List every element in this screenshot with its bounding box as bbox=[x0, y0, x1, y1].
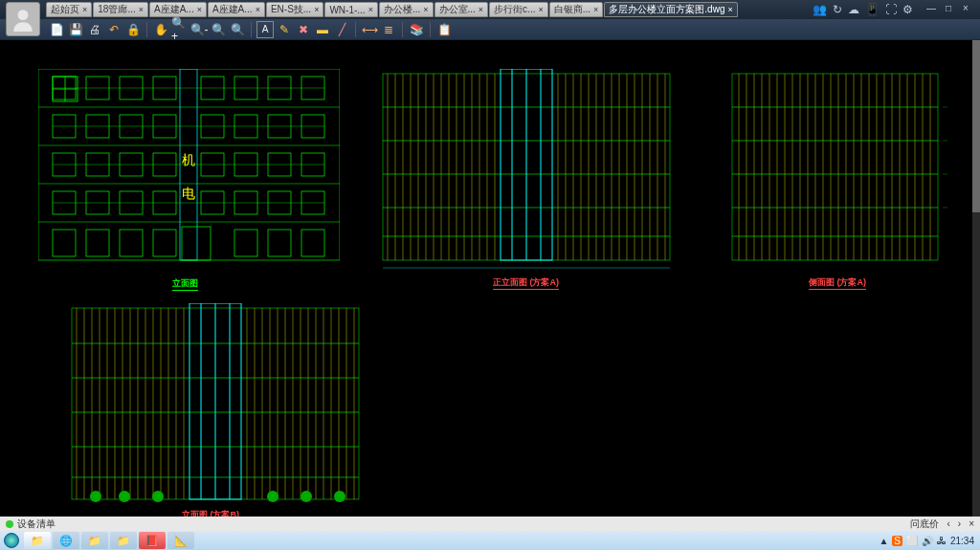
status-indicator bbox=[6, 520, 13, 528]
elevation-2: 正立面图 (方案A) bbox=[378, 69, 675, 270]
tray-icon[interactable]: ⬜ bbox=[906, 536, 918, 546]
tray-volume-icon[interactable]: 🔊 bbox=[922, 536, 933, 546]
undo-button[interactable]: ↶ bbox=[105, 21, 122, 38]
svg-point-176 bbox=[267, 491, 278, 502]
taskbar-app[interactable]: 📕 bbox=[139, 532, 166, 549]
taskbar-app[interactable]: 🌐 bbox=[53, 532, 79, 549]
refresh-icon[interactable]: ↻ bbox=[833, 3, 842, 16]
cloud-icon[interactable]: ☁ bbox=[848, 3, 859, 16]
start-button[interactable] bbox=[0, 531, 23, 550]
tab-doc[interactable]: 步行街c...× bbox=[489, 2, 548, 17]
taskbar-app[interactable]: 📁 bbox=[81, 532, 108, 549]
highlight-button[interactable]: ▬ bbox=[314, 21, 331, 38]
text-button[interactable]: A bbox=[256, 21, 274, 38]
tab-doc[interactable]: 办公楼...× bbox=[379, 2, 434, 17]
scrollbar-thumb[interactable] bbox=[972, 40, 980, 212]
zoom-window-button[interactable]: 🔍 bbox=[229, 21, 246, 38]
close-icon[interactable]: × bbox=[256, 5, 260, 14]
tray-icon[interactable]: ▲ bbox=[879, 536, 888, 546]
fullscreen-icon[interactable]: ⛶ bbox=[885, 3, 897, 16]
svg-rect-48 bbox=[301, 230, 324, 256]
prev-button[interactable]: ‹ bbox=[947, 518, 949, 529]
close-icon[interactable]: × bbox=[593, 5, 598, 14]
taskbar-app[interactable]: 📐 bbox=[167, 532, 194, 549]
measure-button[interactable]: ⟷ bbox=[361, 21, 378, 38]
tab-label: EN-S技... bbox=[271, 3, 311, 16]
elevation-3: 侧面图 (方案A) bbox=[727, 69, 947, 270]
tab-doc[interactable]: WN-1-...× bbox=[324, 2, 377, 17]
document-tabs: 起始页× 18管廊...× A座建A...× A座建A...× EN-S技...… bbox=[46, 2, 739, 17]
close-button[interactable]: × bbox=[957, 3, 974, 16]
line-button[interactable]: ╱ bbox=[333, 21, 350, 38]
pan-button[interactable]: ✋ bbox=[152, 21, 169, 38]
tab-doc[interactable]: 白银商...× bbox=[549, 2, 604, 17]
svg-rect-47 bbox=[268, 230, 291, 256]
phone-icon[interactable]: 📱 bbox=[865, 3, 880, 16]
close-icon[interactable]: × bbox=[538, 5, 543, 14]
taskbar-app[interactable]: 📁 bbox=[110, 532, 137, 549]
pencil-button[interactable]: ✎ bbox=[276, 21, 293, 38]
tab-label: 步行街c... bbox=[494, 3, 535, 16]
layers-button[interactable]: 📚 bbox=[408, 21, 425, 38]
tab-doc[interactable]: 办公室...× bbox=[434, 2, 489, 17]
close-panel-button[interactable]: × bbox=[969, 518, 974, 529]
new-file-button[interactable]: 📄 bbox=[48, 21, 65, 38]
tab-label: 多层办公楼立面方案图.dwg bbox=[609, 3, 724, 16]
vertical-scrollbar[interactable] bbox=[972, 40, 980, 517]
svg-point-0 bbox=[18, 10, 29, 20]
status-link[interactable]: 问底价 bbox=[910, 517, 939, 531]
svg-rect-46 bbox=[234, 230, 257, 256]
next-button[interactable]: › bbox=[958, 518, 961, 529]
close-icon[interactable]: × bbox=[82, 5, 87, 14]
taskbar-app[interactable]: 📁 bbox=[24, 532, 51, 549]
svg-point-175 bbox=[152, 491, 164, 502]
caption-elev3: 侧面图 (方案A) bbox=[809, 276, 866, 290]
zoom-out-button[interactable]: 🔍- bbox=[190, 21, 208, 38]
svg-point-177 bbox=[301, 491, 312, 502]
tab-label: WN-1-... bbox=[329, 5, 365, 15]
drawing-canvas[interactable]: 机 电 立面图 正立面图 (方案A) bbox=[0, 40, 972, 517]
minimize-button[interactable]: — bbox=[923, 3, 940, 16]
tab-start[interactable]: 起始页× bbox=[46, 2, 92, 17]
close-icon[interactable]: × bbox=[314, 5, 319, 14]
tab-label: A座建A... bbox=[154, 3, 194, 16]
svg-rect-45 bbox=[153, 230, 176, 256]
tab-doc-active[interactable]: 多层办公楼立面方案图.dwg× bbox=[604, 2, 737, 17]
zoom-extents-button[interactable]: 🔍 bbox=[210, 21, 227, 38]
maximize-button[interactable]: □ bbox=[940, 3, 957, 16]
tab-doc[interactable]: EN-S技...× bbox=[266, 2, 324, 17]
svg-point-174 bbox=[119, 491, 130, 502]
close-icon[interactable]: × bbox=[479, 5, 483, 14]
save-button[interactable]: 💾 bbox=[67, 21, 84, 38]
dimension-button[interactable]: ≣ bbox=[380, 21, 397, 38]
settings-icon[interactable]: ⚙ bbox=[902, 3, 913, 16]
tab-label: 办公楼... bbox=[384, 3, 420, 16]
tray-input-icon[interactable]: S bbox=[892, 536, 902, 546]
close-icon[interactable]: × bbox=[139, 5, 144, 14]
windows-taskbar: 📁 🌐 📁 📁 📕 📐 ▲ S ⬜ 🔊 🖧 21:34 bbox=[0, 531, 980, 550]
svg-point-173 bbox=[90, 491, 101, 502]
zoom-in-button[interactable]: 🔍+ bbox=[171, 21, 189, 38]
svg-rect-43 bbox=[86, 230, 109, 256]
tab-doc[interactable]: A座建A...× bbox=[208, 2, 265, 17]
system-tray: ▲ S ⬜ 🔊 🖧 21:34 bbox=[879, 536, 980, 546]
properties-button[interactable]: 📋 bbox=[435, 21, 453, 38]
caption-elev1: 立面图 bbox=[172, 277, 198, 291]
close-icon[interactable]: × bbox=[368, 5, 373, 14]
people-icon[interactable]: 👥 bbox=[813, 3, 827, 16]
close-icon[interactable]: × bbox=[197, 5, 202, 14]
tab-label: 18管廊... bbox=[98, 3, 135, 16]
status-bar: 设备清单 问底价 ‹ › × bbox=[0, 517, 980, 531]
elevation-1: 机 电 立面图 bbox=[38, 69, 340, 270]
tab-label: 白银商... bbox=[554, 3, 590, 16]
tray-network-icon[interactable]: 🖧 bbox=[937, 536, 947, 546]
close-icon[interactable]: × bbox=[423, 5, 428, 14]
lock-button[interactable]: 🔒 bbox=[124, 21, 142, 38]
eraser-button[interactable]: ✖ bbox=[295, 21, 312, 38]
label-ji: 机 bbox=[182, 152, 195, 167]
user-avatar[interactable] bbox=[6, 2, 40, 36]
tab-doc[interactable]: 18管廊...× bbox=[93, 2, 148, 17]
tray-clock[interactable]: 21:34 bbox=[950, 536, 974, 546]
print-button[interactable]: 🖨 bbox=[86, 21, 103, 38]
close-icon[interactable]: × bbox=[727, 5, 732, 14]
